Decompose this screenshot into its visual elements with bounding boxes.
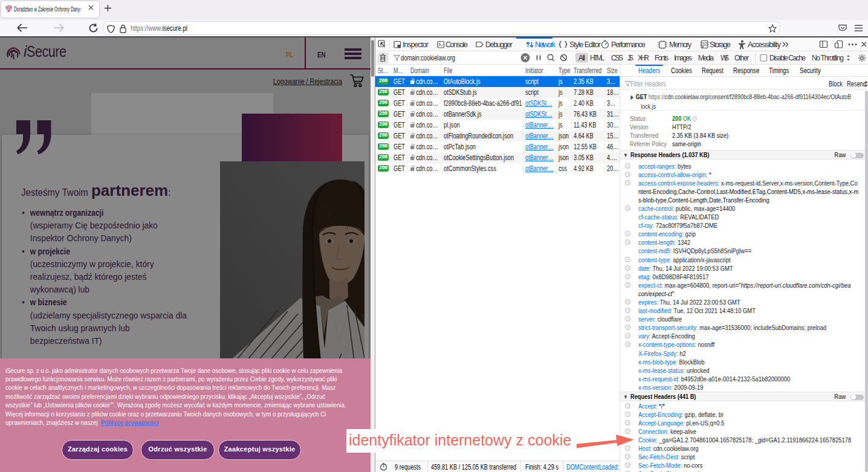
svg-text:Storage: Storage (710, 40, 731, 49)
svg-text:Inspector: Inspector (403, 40, 429, 49)
svg-text:No Throttling: No Throttling (812, 54, 844, 62)
svg-text:Style Editor: Style Editor (569, 40, 601, 49)
svg-text:Disable Cache: Disable Cache (769, 54, 806, 62)
svg-text:All: All (578, 54, 585, 62)
svg-text:Other: Other (734, 54, 749, 62)
svg-text:Images: Images (674, 54, 692, 62)
svg-text:JS: JS (627, 54, 633, 62)
svg-text:HTML: HTML (590, 54, 604, 62)
svg-text:Fonts: Fonts (655, 54, 669, 62)
svg-text:Network: Network (535, 40, 556, 49)
svg-text:Media: Media (698, 54, 714, 62)
svg-text:Performance: Performance (611, 40, 646, 49)
svg-text:Console: Console (445, 40, 468, 49)
svg-text:WS: WS (721, 54, 729, 62)
svg-text:Debugger: Debugger (485, 40, 513, 49)
svg-text:XHR: XHR (638, 54, 649, 62)
svg-text:Memory: Memory (669, 40, 692, 49)
svg-text:CSS: CSS (611, 54, 623, 62)
svg-text:Accessibility: Accessibility (748, 40, 782, 49)
